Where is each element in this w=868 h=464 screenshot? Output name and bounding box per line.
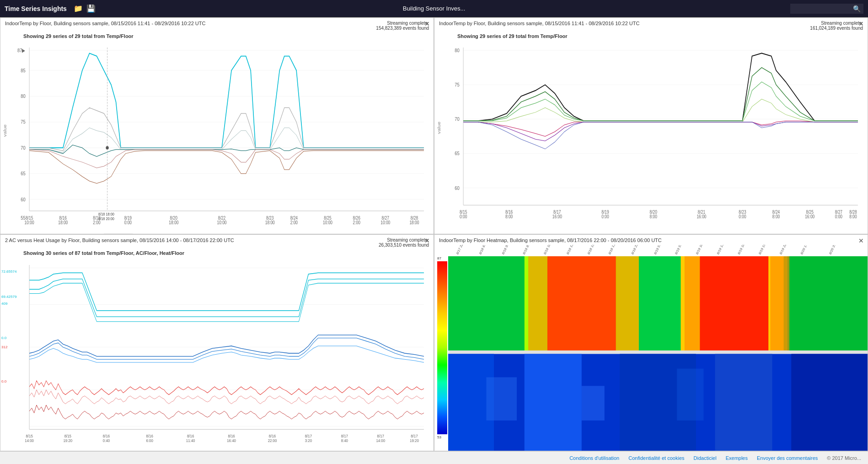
svg-text:60: 60 [455,185,460,191]
window-title: Building Sensor Inves... [403,5,466,12]
main-grid: IndoorTemp by Floor, Building sensors sa… [0,17,868,451]
svg-text:8/16: 8/16 [146,433,153,438]
events-count-1: 154,823,389 events found [376,26,429,31]
search-input[interactable] [790,4,863,14]
panel-close-3[interactable]: ✕ [424,237,430,244]
svg-text:value: value [2,124,7,137]
panel-title-2: IndoorTemp by Floor, Building sensors sa… [439,21,639,26]
panel-title-4: IndoorTemp by Floor Heatmap, Building se… [439,237,662,243]
svg-text:8/20 1:00: 8/20 1:00 [800,245,809,255]
svg-text:8/18 18:00: 8/18 18:00 [98,212,114,216]
svg-text:8/19 16:10: 8/19 16:10 [737,245,748,255]
svg-text:value: value [436,122,441,134]
svg-text:10:00: 10:00 [25,220,34,225]
svg-text:19:20: 19:20 [63,438,72,443]
svg-text:11:40: 11:40 [186,438,195,443]
save-icon[interactable]: 💾 [86,4,96,13]
svg-text:16:00: 16:00 [552,215,562,220]
svg-text:70: 70 [21,145,26,151]
value-label-3: 409 [1,302,7,306]
svg-text:8/17: 8/17 [411,433,418,438]
heatmap-legend-bar [437,261,447,434]
events-count-3: 26,303,510 events found [379,243,429,248]
footer-link-tutorial[interactable]: Didacticiel [694,455,717,461]
svg-text:8/17: 8/17 [305,433,312,438]
svg-text:8/18 13:10: 8/18 13:10 [566,245,576,255]
svg-rect-143 [448,351,868,354]
panel-meta-3: Streaming complete. 26,303,510 events fo… [379,237,429,248]
svg-text:0:00: 0:00 [739,215,746,220]
svg-text:87▶: 87▶ [17,48,26,53]
svg-text:0:00: 0:00 [601,215,609,220]
footer-link-examples[interactable]: Exemples [726,455,748,461]
chart-area-3: 72.65574 69.42579 409 0.0 312 0.0 [0,256,434,451]
footer-link-confidentiality[interactable]: Confidentialité et cookies [628,455,684,461]
svg-text:19:20: 19:20 [410,438,419,443]
svg-point-45 [106,146,108,150]
streaming-status-1: Streaming complete. [376,21,429,26]
panel-close-2[interactable]: ✕ [858,21,864,27]
folder-icon[interactable]: 📁 [74,4,83,13]
panel-title-1: IndoorTemp by Floor, Building sensors sa… [5,21,205,26]
svg-text:2:00: 2:00 [353,220,360,225]
svg-rect-149 [791,354,868,451]
svg-text:8/18 15:50: 8/18 15:50 [587,245,597,255]
panel-bottom-left: 2 AC versus Heat Usage by Floor, Buildin… [0,234,434,451]
svg-rect-151 [582,386,605,421]
svg-rect-150 [486,377,517,420]
svg-text:8:00: 8:00 [505,215,513,220]
svg-text:8:00: 8:00 [849,215,857,220]
svg-text:8/18 8:30: 8/18 8:30 [522,245,532,255]
svg-text:8/17 22:00: 8/17 22:00 [455,245,466,255]
svg-text:16:40: 16:40 [227,438,236,443]
svg-text:0:40: 0:40 [103,438,110,443]
value-label-5: 312 [1,345,7,349]
svg-text:16:00: 16:00 [805,215,814,220]
heatmap-container: 87 53 8/17 22:00 8/18 6:50 8/18 9:40 8/1… [434,245,868,451]
panel-header-3: 2 AC versus Heat Usage by Floor, Buildin… [0,235,434,249]
panel-close-1[interactable]: ✕ [424,21,430,27]
events-count-2: 161,024,189 events found [810,26,863,31]
chart-svg-3: 8/15 14:00 8/15 19:20 8/16 0:40 8/16 6:0… [0,256,434,451]
chart-svg-1: 87▶ 85 80 75 70 65 60 55 value [0,39,434,234]
footer-link-feedback[interactable]: Envoyer des commentaires [757,455,818,461]
svg-rect-141 [685,256,700,351]
svg-text:8/17: 8/17 [377,433,384,438]
svg-text:8/18 23:30: 8/18 23:30 [631,245,641,255]
title-bar: Time Series Insights 📁 💾 Building Sensor… [0,0,868,17]
panel-header-4: IndoorTemp by Floor Heatmap, Building se… [434,235,868,245]
svg-text:8/19 22:10: 8/19 22:10 [779,245,789,255]
footer-link-conditions[interactable]: Conditions d'utilisation [569,455,619,461]
svg-text:10:00: 10:00 [323,220,332,225]
svg-text:18:00: 18:00 [169,220,178,225]
svg-text:18:00: 18:00 [58,220,68,225]
svg-text:16:00: 16:00 [697,215,706,220]
svg-text:8/15: 8/15 [64,433,71,438]
panel-bottom-right: IndoorTemp by Floor Heatmap, Building se… [434,234,868,451]
svg-text:8/16: 8/16 [103,433,110,438]
svg-rect-132 [696,256,772,351]
svg-rect-131 [543,256,620,351]
svg-text:8/19 10:50: 8/19 10:50 [695,245,706,255]
svg-text:8/19 5:00: 8/19 5:00 [674,245,684,255]
svg-text:8/18 6:50: 8/18 6:50 [478,245,488,255]
panel-meta-2: Streaming complete. 161,024,189 events f… [810,21,863,31]
svg-text:8/18 9:40: 8/18 9:40 [501,245,511,255]
svg-text:3:20: 3:20 [305,438,312,443]
panel-close-4[interactable]: ✕ [858,237,864,244]
svg-text:8/19 13:10: 8/19 13:10 [716,245,727,255]
svg-text:8/16: 8/16 [269,433,276,438]
svg-text:8/17: 8/17 [341,433,348,438]
svg-text:60: 60 [21,197,26,202]
panel-header-2: IndoorTemp by Floor, Building sensors sa… [434,18,868,32]
heatmap-legend-top: 87 [437,256,447,260]
svg-text:8/15: 8/15 [26,433,32,438]
chart-subtitle-1: Showing 29 series of 29 total from Temp/… [0,32,434,39]
value-label-4: 0.0 [1,336,6,340]
search-icon[interactable]: 🔍 [853,5,861,12]
footer-copyright: © 2017 Micro... [827,455,861,461]
title-icons: 📁 💾 [74,4,96,13]
svg-text:8/19 5:10: 8/19 5:10 [654,245,663,255]
svg-text:85: 85 [21,68,26,73]
svg-text:14:00: 14:00 [376,438,385,443]
